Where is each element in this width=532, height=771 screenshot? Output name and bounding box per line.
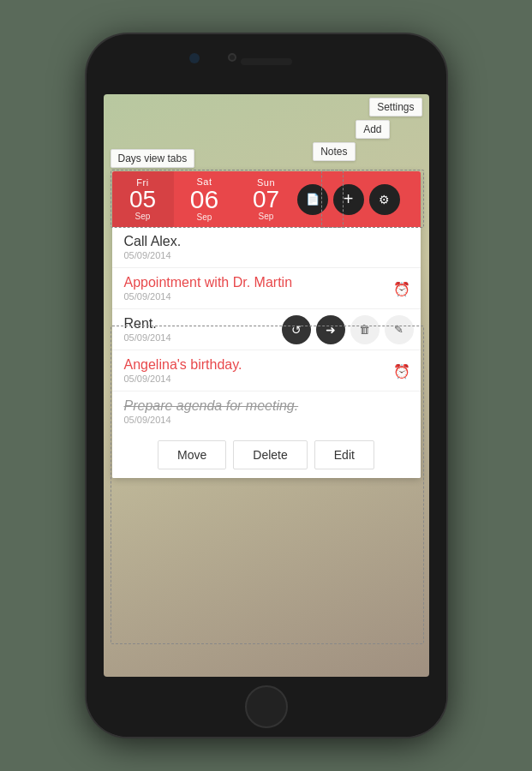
task-delete-button[interactable]: 🗑 (350, 315, 380, 344)
phone-frame: Settings Add Notes Days view tabs Fri 05… (87, 34, 446, 737)
date-sat[interactable]: Sat 06 Sep (174, 171, 236, 227)
phone-camera (228, 53, 236, 62)
task-date: 05/09/2014 (124, 332, 284, 346)
forward-icon: ➜ (326, 323, 336, 337)
task-action-buttons: ↺ ➜ 🗑 ✎ (282, 315, 414, 344)
home-button[interactable] (245, 685, 288, 728)
repeat-icon: ↺ (291, 323, 302, 337)
front-camera (189, 53, 200, 63)
task-title: Rent. (124, 316, 284, 332)
task-date: 05/09/2014 (124, 374, 409, 387)
phone-screen: Settings Add Notes Days view tabs Fri 05… (104, 94, 429, 677)
settings-button[interactable]: ⚙ (369, 184, 400, 215)
task-date: 05/09/2014 (124, 415, 409, 428)
sat-num: 06 (190, 187, 218, 212)
task-edit-button[interactable]: ✎ (385, 315, 414, 344)
task-forward-button[interactable]: ➜ (316, 315, 345, 344)
bottom-actions: Move Delete Edit (112, 432, 421, 478)
task-title: Prepare agenda for meeting. (124, 398, 409, 414)
task-title: Appointment with Dr. Martin (124, 275, 409, 290)
date-header: Fri 05 Sep Sat 06 Sep Sun 07 Sep (112, 171, 421, 227)
task-rent[interactable]: Rent. 05/09/2014 ↺ ➜ 🗑 ✎ (112, 309, 421, 350)
add-tooltip: Add (356, 120, 389, 139)
task-date: 05/09/2014 (124, 250, 409, 264)
date-sun[interactable]: Sun 07 Sep (236, 171, 297, 227)
task-agenda[interactable]: Prepare agenda for meeting. 05/09/2014 (112, 391, 421, 432)
task-appointment[interactable]: Appointment with Dr. Martin 05/09/2014 ⏰ (112, 268, 421, 309)
move-button[interactable]: Move (158, 440, 226, 469)
pencil-icon: ✎ (394, 323, 403, 336)
phone-speaker (241, 58, 292, 65)
notes-icon: 📄 (306, 193, 320, 206)
delete-button[interactable]: Delete (233, 440, 307, 469)
notes-button[interactable]: 📄 (297, 184, 328, 215)
days-view-tabs-tooltip: Days view tabs (111, 149, 195, 168)
task-date: 05/09/2014 (124, 291, 409, 305)
task-repeat-button[interactable]: ↺ (282, 315, 311, 344)
notes-tooltip: Notes (313, 142, 355, 161)
edit-button[interactable]: Edit (314, 440, 374, 469)
alarm-icon: ⏰ (393, 280, 410, 296)
sun-num: 07 (253, 188, 279, 212)
task-title: Angelina's birthday. (124, 357, 409, 373)
sat-month: Sep (197, 212, 212, 222)
settings-tooltip: Settings (369, 98, 421, 117)
plus-icon: + (344, 189, 354, 209)
trash-icon: 🗑 (359, 323, 370, 336)
main-card: Fri 05 Sep Sat 06 Sep Sun 07 Sep (112, 171, 421, 478)
header-icons: 📄 + ⚙ (297, 184, 409, 215)
sun-month: Sep (259, 212, 274, 221)
date-fri[interactable]: Fri 05 Sep (112, 171, 174, 227)
fri-num: 05 (129, 188, 156, 212)
task-title: Call Alex. (124, 234, 409, 249)
fri-month: Sep (135, 212, 151, 221)
phone-bottom (87, 677, 446, 737)
alarm-icon: ⏰ (393, 362, 410, 379)
gear-icon: ⚙ (379, 193, 390, 206)
task-call-alex[interactable]: Call Alex. 05/09/2014 (112, 227, 421, 268)
add-button[interactable]: + (333, 184, 364, 215)
task-birthday[interactable]: Angelina's birthday. 05/09/2014 ⏰ (112, 350, 421, 391)
